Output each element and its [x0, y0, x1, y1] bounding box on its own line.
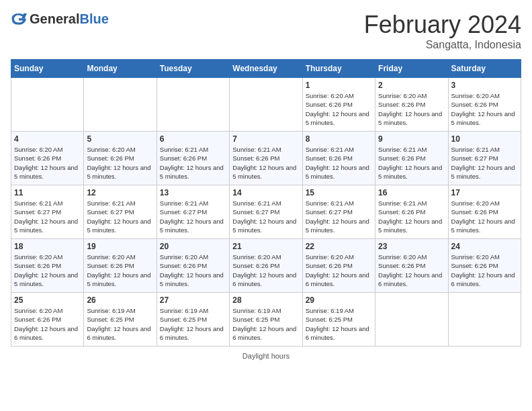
day-info: Sunrise: 6:20 AM Sunset: 6:26 PM Dayligh…: [306, 91, 372, 127]
calendar-header-row: SundayMondayTuesdayWednesdayThursdayFrid…: [11, 60, 521, 78]
calendar-cell: [230, 78, 302, 132]
day-number: 16: [378, 188, 445, 197]
day-number: 15: [306, 188, 372, 197]
day-info: Sunrise: 6:19 AM Sunset: 6:25 PM Dayligh…: [306, 306, 372, 342]
calendar-cell: 9Sunrise: 6:21 AM Sunset: 6:26 PM Daylig…: [375, 132, 448, 185]
logo-text: GeneralBlue: [30, 11, 109, 27]
calendar-week-2: 11Sunrise: 6:21 AM Sunset: 6:27 PM Dayli…: [11, 185, 521, 239]
column-header-thursday: Thursday: [302, 60, 375, 78]
day-info: Sunrise: 6:21 AM Sunset: 6:26 PM Dayligh…: [232, 145, 299, 181]
calendar-week-3: 18Sunrise: 6:20 AM Sunset: 6:26 PM Dayli…: [11, 239, 521, 293]
logo-blue: Blue: [79, 11, 108, 26]
calendar-cell: 3Sunrise: 6:20 AM Sunset: 6:26 PM Daylig…: [448, 78, 521, 132]
calendar-cell: 4Sunrise: 6:20 AM Sunset: 6:26 PM Daylig…: [11, 132, 84, 185]
day-number: 8: [306, 134, 372, 144]
day-info: Sunrise: 6:19 AM Sunset: 6:25 PM Dayligh…: [87, 306, 153, 342]
calendar-cell: 12Sunrise: 6:21 AM Sunset: 6:27 PM Dayli…: [84, 185, 157, 239]
calendar-cell: [84, 78, 157, 132]
calendar-cell: 11Sunrise: 6:21 AM Sunset: 6:27 PM Dayli…: [11, 185, 84, 239]
day-number: 27: [160, 295, 226, 305]
day-info: Sunrise: 6:21 AM Sunset: 6:27 PM Dayligh…: [87, 199, 153, 234]
calendar-cell: 27Sunrise: 6:19 AM Sunset: 6:25 PM Dayli…: [157, 293, 229, 347]
column-header-saturday: Saturday: [448, 60, 521, 78]
day-info: Sunrise: 6:21 AM Sunset: 6:26 PM Dayligh…: [306, 145, 372, 181]
day-number: 12: [87, 188, 153, 197]
day-info: Sunrise: 6:20 AM Sunset: 6:26 PM Dayligh…: [14, 306, 81, 342]
calendar-cell: [157, 78, 229, 132]
footer-note: Daylight hours: [242, 352, 290, 360]
calendar-cell: 24Sunrise: 6:20 AM Sunset: 6:26 PM Dayli…: [448, 239, 521, 293]
day-number: 21: [232, 242, 299, 251]
calendar-title: February 2024: [364, 11, 521, 39]
calendar-cell: 6Sunrise: 6:21 AM Sunset: 6:26 PM Daylig…: [157, 132, 229, 185]
day-number: 24: [451, 242, 518, 251]
calendar-cell: 13Sunrise: 6:21 AM Sunset: 6:27 PM Dayli…: [157, 185, 229, 239]
day-info: Sunrise: 6:20 AM Sunset: 6:26 PM Dayligh…: [160, 253, 226, 288]
day-info: Sunrise: 6:20 AM Sunset: 6:26 PM Dayligh…: [378, 253, 445, 288]
day-info: Sunrise: 6:21 AM Sunset: 6:26 PM Dayligh…: [378, 145, 445, 181]
day-number: 5: [87, 134, 153, 144]
calendar-cell: 18Sunrise: 6:20 AM Sunset: 6:26 PM Dayli…: [11, 239, 84, 293]
day-number: 28: [232, 295, 299, 305]
column-header-wednesday: Wednesday: [230, 60, 302, 78]
day-info: Sunrise: 6:20 AM Sunset: 6:26 PM Dayligh…: [378, 91, 445, 127]
calendar-cell: 16Sunrise: 6:21 AM Sunset: 6:26 PM Dayli…: [375, 185, 448, 239]
calendar-cell: 21Sunrise: 6:20 AM Sunset: 6:26 PM Dayli…: [230, 239, 302, 293]
footer: Daylight hours: [11, 352, 521, 360]
day-number: 7: [232, 134, 299, 144]
calendar-cell: 8Sunrise: 6:21 AM Sunset: 6:26 PM Daylig…: [302, 132, 375, 185]
calendar-cell: 20Sunrise: 6:20 AM Sunset: 6:26 PM Dayli…: [157, 239, 229, 293]
day-number: 1: [306, 81, 372, 90]
calendar-cell: 28Sunrise: 6:19 AM Sunset: 6:25 PM Dayli…: [230, 293, 302, 347]
day-info: Sunrise: 6:20 AM Sunset: 6:26 PM Dayligh…: [306, 253, 372, 288]
day-info: Sunrise: 6:20 AM Sunset: 6:26 PM Dayligh…: [232, 253, 299, 288]
calendar-cell: [375, 293, 448, 347]
calendar-cell: 15Sunrise: 6:21 AM Sunset: 6:27 PM Dayli…: [302, 185, 375, 239]
day-number: 11: [14, 188, 81, 197]
column-header-monday: Monday: [84, 60, 157, 78]
day-info: Sunrise: 6:21 AM Sunset: 6:27 PM Dayligh…: [14, 199, 81, 234]
column-header-sunday: Sunday: [11, 60, 84, 78]
calendar-week-0: 1Sunrise: 6:20 AM Sunset: 6:26 PM Daylig…: [11, 78, 521, 132]
day-number: 19: [87, 242, 153, 251]
day-number: 26: [87, 295, 153, 305]
logo-icon: [11, 11, 27, 27]
calendar-cell: 25Sunrise: 6:20 AM Sunset: 6:26 PM Dayli…: [11, 293, 84, 347]
logo: GeneralBlue: [11, 11, 109, 27]
day-number: 2: [378, 81, 445, 90]
day-info: Sunrise: 6:19 AM Sunset: 6:25 PM Dayligh…: [160, 306, 226, 342]
day-info: Sunrise: 6:21 AM Sunset: 6:27 PM Dayligh…: [306, 199, 372, 234]
calendar-week-1: 4Sunrise: 6:20 AM Sunset: 6:26 PM Daylig…: [11, 132, 521, 185]
calendar-cell: 23Sunrise: 6:20 AM Sunset: 6:26 PM Dayli…: [375, 239, 448, 293]
day-info: Sunrise: 6:20 AM Sunset: 6:26 PM Dayligh…: [14, 253, 81, 288]
day-info: Sunrise: 6:21 AM Sunset: 6:27 PM Dayligh…: [451, 145, 518, 181]
column-header-friday: Friday: [375, 60, 448, 78]
page-header: GeneralBlue February 2024 Sangatta, Indo…: [11, 11, 521, 51]
day-info: Sunrise: 6:20 AM Sunset: 6:26 PM Dayligh…: [14, 145, 81, 181]
calendar-week-4: 25Sunrise: 6:20 AM Sunset: 6:26 PM Dayli…: [11, 293, 521, 347]
title-block: February 2024 Sangatta, Indonesia: [364, 11, 521, 51]
day-info: Sunrise: 6:20 AM Sunset: 6:26 PM Dayligh…: [451, 91, 518, 127]
day-info: Sunrise: 6:20 AM Sunset: 6:26 PM Dayligh…: [87, 145, 153, 181]
logo-general: General: [30, 11, 79, 26]
calendar-cell: 29Sunrise: 6:19 AM Sunset: 6:25 PM Dayli…: [302, 293, 375, 347]
day-number: 14: [232, 188, 299, 197]
column-header-tuesday: Tuesday: [157, 60, 229, 78]
day-number: 20: [160, 242, 226, 251]
day-number: 10: [451, 134, 518, 144]
day-info: Sunrise: 6:20 AM Sunset: 6:26 PM Dayligh…: [87, 253, 153, 288]
calendar-cell: [448, 293, 521, 347]
day-number: 29: [306, 295, 372, 305]
calendar-cell: 1Sunrise: 6:20 AM Sunset: 6:26 PM Daylig…: [302, 78, 375, 132]
calendar-cell: 5Sunrise: 6:20 AM Sunset: 6:26 PM Daylig…: [84, 132, 157, 185]
day-number: 9: [378, 134, 445, 144]
day-number: 3: [451, 81, 518, 90]
calendar-cell: 22Sunrise: 6:20 AM Sunset: 6:26 PM Dayli…: [302, 239, 375, 293]
day-info: Sunrise: 6:21 AM Sunset: 6:27 PM Dayligh…: [232, 199, 299, 234]
day-number: 17: [451, 188, 518, 197]
calendar-cell: 2Sunrise: 6:20 AM Sunset: 6:26 PM Daylig…: [375, 78, 448, 132]
calendar-cell: 7Sunrise: 6:21 AM Sunset: 6:26 PM Daylig…: [230, 132, 302, 185]
day-number: 23: [378, 242, 445, 251]
day-info: Sunrise: 6:21 AM Sunset: 6:27 PM Dayligh…: [160, 199, 226, 234]
day-info: Sunrise: 6:20 AM Sunset: 6:26 PM Dayligh…: [451, 253, 518, 288]
